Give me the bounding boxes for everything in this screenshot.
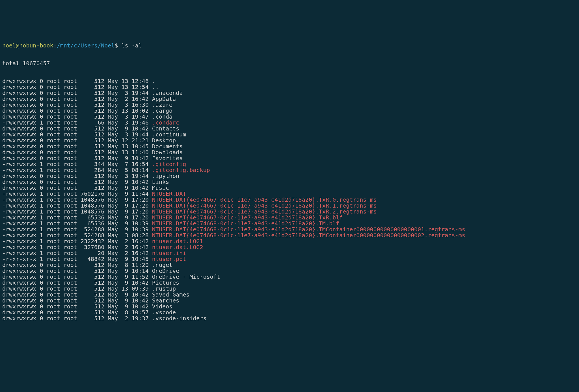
prompt-colon: : <box>53 42 57 49</box>
ls-row: drwxrwxrwx 0 root root 512 May 3 19:44 .… <box>2 173 577 179</box>
ls-row: drwxrwxrwx 0 root root 512 May 8 10:57 .… <box>2 310 577 315</box>
ls-row: -rwxrwxrwx 1 root root 65536 May 9 10:39… <box>2 221 577 227</box>
ls-row: -rwxrwxrwx 1 root root 344 May 7 16:54 .… <box>2 161 577 167</box>
ls-row: drwxrwxrwx 0 root root 512 May 9 10:14 O… <box>2 268 577 274</box>
ls-row: drwxrwxrwx 0 root root 512 May 2 19:37 .… <box>2 315 577 321</box>
ls-row-filename: .vscode-insiders <box>152 315 207 322</box>
ls-row: drwxrwxrwx 0 root root 512 May 8 11:20 .… <box>2 262 577 268</box>
ls-row: -rwxrwxrwx 1 root root 20 May 2 16:42 nt… <box>2 250 577 256</box>
ls-row: -rwxrwxrwx 1 root root 2322432 May 2 16:… <box>2 238 577 244</box>
ls-row: drwxrwxrwx 0 root root 512 May 3 19:44 .… <box>2 132 577 138</box>
ls-row: -rwxrwxrwx 1 root root 524288 May 3 08:2… <box>2 232 577 238</box>
ls-row: drwxrwxrwx 0 root root 512 May 13 12:54 … <box>2 84 577 90</box>
ls-row: drwxrwxrwx 0 root root 512 May 9 10:42 M… <box>2 185 577 191</box>
ls-row: drwxrwxrwx 0 root root 512 May 13 11:40 … <box>2 149 577 155</box>
ls-row: -rwxrwxrwx 1 root root 284 May 5 08:14 .… <box>2 167 577 173</box>
ls-row: drwxrwxrwx 0 root root 512 May 9 10:42 P… <box>2 280 577 286</box>
ls-row: drwxrwxrwx 0 root root 512 May 3 19:44 .… <box>2 90 577 96</box>
ls-row: drwxrwxrwx 0 root root 512 May 9 11:52 O… <box>2 274 577 280</box>
ls-row: drwxrwxrwx 0 root root 512 May 2 16:42 A… <box>2 96 577 102</box>
prompt-user-host: noel@nobun-book <box>2 42 53 49</box>
prompt-line: noel@nobun-book:/mnt/c/Users/Noel$ ls -a… <box>2 43 577 49</box>
command-text <box>118 42 121 49</box>
ls-row: -rwxrwxrwx 1 root root 66 May 3 19:46 .c… <box>2 120 577 126</box>
ls-row: -rwxrwxrwx 1 root root 524288 May 9 10:3… <box>2 227 577 232</box>
ls-row: drwxrwxrwx 0 root root 512 May 9 10:42 C… <box>2 126 577 132</box>
total-line: total 10670457 <box>2 60 577 66</box>
ls-output: drwxrwxrwx 0 root root 512 May 13 12:46 … <box>2 78 577 321</box>
ls-row: drwxrwxrwx 0 root root 512 May 9 10:42 L… <box>2 179 577 185</box>
ls-row: drwxrwxrwx 0 root root 512 May 12 21:21 … <box>2 138 577 143</box>
ls-row: -rwxrwxrwx 1 root root 1048576 May 9 17:… <box>2 203 577 209</box>
prompt-path: /mnt/c/Users/Noel <box>57 42 115 49</box>
ls-row: -rwxrwxrwx 1 root root 7602176 May 9 11:… <box>2 191 577 197</box>
ls-row: drwxrwxrwx 0 root root 512 May 9 10:42 S… <box>2 298 577 304</box>
ls-row: drwxrwxrwx 0 root root 512 May 3 19:47 .… <box>2 114 577 120</box>
terminal-window[interactable]: noel@nobun-book:/mnt/c/Users/Noel$ ls -a… <box>0 30 579 392</box>
ls-row: -r-xr-xr-x 1 root root 48842 May 9 10:45… <box>2 256 577 262</box>
prompt-dollar: $ <box>114 42 118 49</box>
ls-row: drwxrwxrwx 0 root root 512 May 13 10:02 … <box>2 108 577 114</box>
ls-row: -rwxrwxrwx 1 root root 327680 May 2 16:4… <box>2 244 577 250</box>
ls-row: drwxrwxrwx 0 root root 512 May 9 10:42 F… <box>2 155 577 161</box>
ls-row: drwxrwxrwx 0 root root 512 May 13 10:45 … <box>2 143 577 149</box>
ls-row: drwxrwxrwx 0 root root 512 May 9 10:42 V… <box>2 304 577 310</box>
ls-row: drwxrwxrwx 0 root root 512 May 13 12:46 … <box>2 78 577 84</box>
ls-row: -rwxrwxrwx 1 root root 1048576 May 9 17:… <box>2 209 577 215</box>
ls-row: drwxrwxrwx 0 root root 512 May 13 09:39 … <box>2 286 577 292</box>
ls-row: drwxrwxrwx 0 root root 512 May 9 10:42 S… <box>2 292 577 298</box>
ls-row-meta: drwxrwxrwx 0 root root 512 May 2 19:37 <box>2 315 152 322</box>
ls-row: drwxrwxrwx 0 root root 512 May 3 16:30 .… <box>2 102 577 108</box>
ls-row: -rwxrwxrwx 1 root root 1048576 May 9 17:… <box>2 197 577 203</box>
command-text: ls -al <box>121 42 142 49</box>
ls-row: -rwxrwxrwx 1 root root 65536 May 9 17:20… <box>2 215 577 221</box>
